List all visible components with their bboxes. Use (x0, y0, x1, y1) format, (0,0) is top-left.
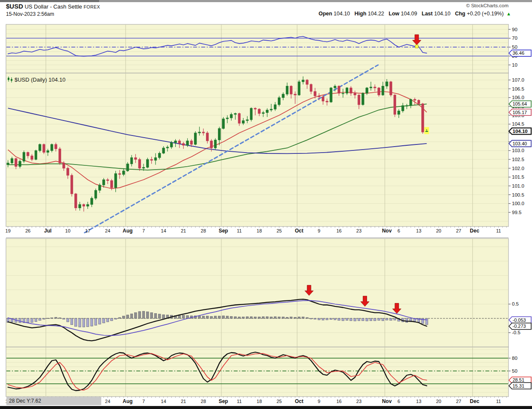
candle-up (362, 93, 364, 105)
candle-up (382, 86, 384, 95)
candle-up (278, 97, 280, 105)
candle-up (234, 114, 236, 115)
macd-histogram-bar (370, 318, 372, 321)
macd-histogram-bar (342, 318, 344, 321)
macd-histogram-bar (87, 318, 89, 327)
candle-up (250, 108, 252, 120)
x-axis-label-21: 21 (181, 399, 186, 404)
candle-up (194, 133, 197, 144)
macd-histogram-bar (238, 317, 240, 318)
y-tick-label: 10 (512, 62, 517, 68)
candle-up (410, 100, 412, 106)
macd-histogram-bar (374, 318, 376, 321)
macd-histogram-bar (91, 318, 93, 326)
candle-up (39, 144, 41, 150)
x-axis-label-7: 7 (142, 399, 145, 404)
macd-histogram-bar (386, 318, 388, 320)
candle-up (266, 110, 268, 112)
macd-histogram-bar (63, 318, 65, 319)
candle-down (306, 80, 308, 84)
macd-histogram-bar (270, 317, 272, 318)
x-axis-label-18: 18 (257, 228, 262, 233)
macd-histogram-bar (111, 318, 113, 321)
macd-histogram-bar (278, 317, 280, 318)
x-axis-label-23: 23 (356, 228, 362, 233)
candle-down (67, 168, 69, 176)
candle-down (358, 95, 360, 105)
x-axis-label-6: 6 (397, 399, 400, 404)
macd-histogram-bar (138, 312, 141, 318)
price-callout-label: 104.10 (513, 129, 528, 134)
candle-down (318, 96, 320, 97)
x-axis-label-27: 27 (456, 228, 461, 233)
y-tick-label: 103.0 (512, 148, 524, 153)
macd-histogram-bar (314, 318, 316, 319)
price-callout-label: 103.40 (513, 141, 527, 146)
candle-down (135, 158, 137, 159)
macd-histogram-bar (322, 318, 324, 320)
macd-histogram-bar (82, 318, 85, 327)
candle-up (346, 88, 348, 93)
y-tick-label: 100.0 (512, 201, 524, 206)
macd-histogram-bar (206, 316, 209, 318)
candle-up (170, 143, 173, 147)
candle-down (254, 108, 256, 109)
x-axis-label-10: 10 (65, 228, 71, 233)
candle-down (202, 132, 204, 133)
candle-up (426, 131, 428, 132)
macd-histogram-bar (126, 315, 129, 318)
macd-histogram-bar (258, 317, 260, 318)
symbol-period-label: $USD (Daily) 104.10 (15, 77, 65, 83)
candle-down (322, 97, 324, 101)
macd-histogram-bar (246, 317, 248, 318)
candle-down (206, 133, 209, 141)
candle-up (79, 204, 81, 208)
macd-histogram-bar (242, 317, 244, 318)
candle-up (262, 113, 264, 114)
candle-down (378, 88, 380, 95)
y-tick-label: 90 (512, 27, 517, 32)
candle-down (178, 141, 180, 144)
candle-down (43, 144, 45, 153)
x-axis-label-24: 24 (105, 228, 110, 233)
candle-down (326, 101, 328, 102)
x-axis-label-25: 25 (276, 228, 282, 233)
candle-up (230, 115, 232, 118)
candle-up (162, 148, 165, 153)
candle-up (159, 153, 161, 158)
candle-down (290, 86, 292, 94)
x-axis-label-19: 19 (6, 228, 11, 233)
macd-histogram-bar (118, 318, 121, 318)
candle-down (138, 159, 141, 168)
candle-up (94, 190, 97, 198)
x-axis-label-aug: Aug (123, 398, 132, 404)
candle-up (242, 121, 244, 123)
candle-down (27, 152, 29, 156)
rsi-panel (6, 24, 508, 73)
candle-up (123, 171, 125, 174)
macd-histogram-bar (202, 316, 204, 318)
candle-down (238, 114, 240, 124)
x-axis-label-13: 13 (416, 399, 421, 404)
x-axis-label-dec: Dec (470, 398, 479, 404)
macd-histogram-bar (79, 318, 81, 327)
macd-histogram-bar (234, 317, 236, 318)
x-axis-label-17: 17 (85, 228, 90, 233)
candle-down (258, 109, 260, 113)
price-callout-label: 105.17 (513, 110, 527, 115)
candle-up (47, 150, 49, 152)
candle-up (23, 152, 25, 161)
candlestick-icon (11, 79, 12, 81)
arrow-tip-marker (415, 45, 418, 48)
macd-histogram-bar (350, 318, 352, 321)
y-tick-label: 50 (512, 368, 517, 374)
macd-histogram-bar (59, 318, 61, 318)
candle-up (126, 164, 129, 171)
x-axis-label-jul: Jul (44, 228, 51, 234)
macd-histogram-bar (394, 318, 396, 320)
candle-down (210, 141, 212, 148)
candle-up (142, 168, 144, 168)
macd-histogram-bar (330, 318, 332, 320)
y-tick-label: 104.5 (512, 121, 524, 127)
macd-histogram-bar (27, 318, 29, 322)
